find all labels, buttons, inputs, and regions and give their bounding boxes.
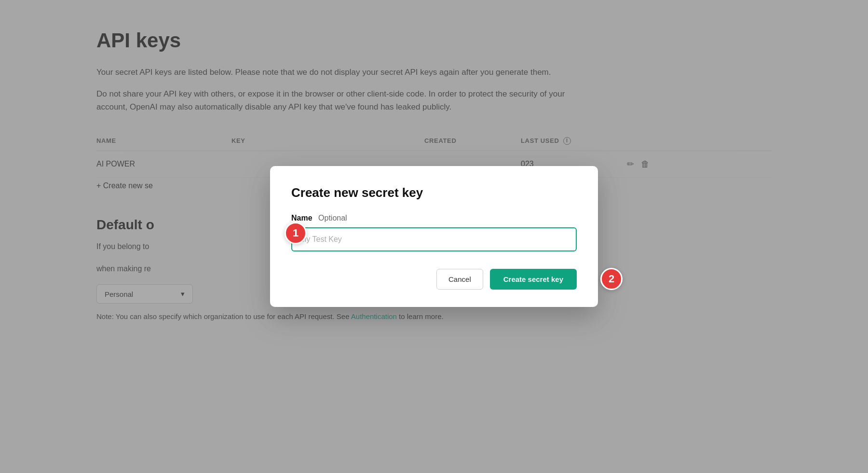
step-badge-1: 1 bbox=[285, 222, 307, 244]
key-name-input[interactable] bbox=[291, 227, 577, 251]
optional-label: Optional bbox=[318, 214, 347, 222]
modal-title: Create new secret key bbox=[291, 185, 577, 200]
create-key-modal: Create new secret key Name Optional Canc… bbox=[270, 166, 598, 307]
modal-overlay: Create new secret key Name Optional Canc… bbox=[0, 0, 868, 473]
modal-actions: Cancel Create secret key bbox=[291, 269, 577, 290]
name-field-label: Name Optional bbox=[291, 214, 577, 223]
create-secret-key-button[interactable]: Create secret key bbox=[490, 269, 577, 290]
step-badge-2: 2 bbox=[600, 268, 623, 290]
cancel-button[interactable]: Cancel bbox=[436, 269, 483, 290]
